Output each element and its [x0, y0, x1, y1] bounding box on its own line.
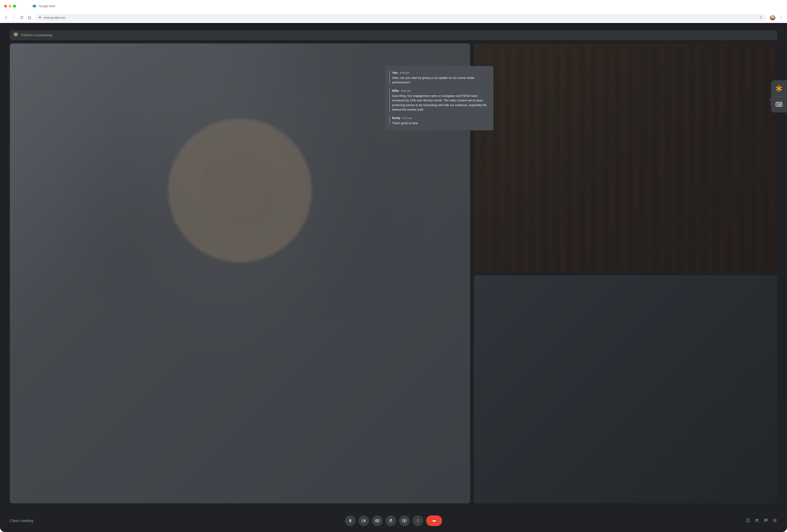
minimize-window-button[interactable]: [8, 5, 12, 7]
back-button[interactable]: [4, 16, 8, 20]
raise-hand-button[interactable]: [385, 515, 396, 526]
chat-time: 8:01 am: [403, 116, 412, 120]
window-controls: [4, 5, 16, 7]
svg-point-14: [418, 519, 418, 520]
chat-author: You: [392, 71, 398, 74]
svg-rect-8: [779, 104, 781, 104]
svg-point-1: [781, 16, 782, 16]
presenting-text: Fathima is presenting: [21, 34, 52, 37]
svg-rect-7: [777, 104, 779, 104]
presenter-avatar: [13, 32, 18, 38]
title-bar: Google Meet: [0, 0, 787, 12]
camera-button[interactable]: [359, 515, 369, 526]
svg-point-19: [748, 519, 748, 520]
svg-point-20: [756, 519, 757, 520]
chat-body: Sure thing. Our engagement rates on Inst…: [392, 94, 489, 112]
chat-button[interactable]: [764, 518, 768, 524]
maximize-window-button[interactable]: [13, 5, 16, 7]
live-captions-panel: You 8:00 am Mike, can you start by givin…: [385, 66, 493, 130]
svg-point-21: [757, 519, 758, 520]
presenting-banner: Fathima is presenting: [10, 30, 777, 40]
url-text: meet.google.com: [43, 16, 65, 19]
microphone-button[interactable]: [345, 515, 356, 526]
activities-button[interactable]: [773, 518, 777, 524]
svg-point-5: [777, 105, 778, 106]
chat-author: Emily: [392, 116, 401, 120]
extension-captions-button[interactable]: [774, 99, 784, 109]
extension-panel: [771, 80, 787, 112]
svg-rect-4: [776, 102, 782, 106]
reload-button[interactable]: [20, 16, 24, 20]
participant-tile[interactable]: [474, 275, 777, 504]
call-controls: [345, 515, 442, 526]
chat-message: You 8:00 am Mike, can you start by givin…: [389, 71, 489, 85]
participant-tile[interactable]: [474, 43, 777, 272]
home-button[interactable]: [27, 16, 31, 20]
side-column: [474, 43, 777, 503]
separator: [775, 96, 783, 96]
chat-time: 8:00 am: [400, 71, 409, 74]
right-tools: [746, 518, 777, 524]
close-window-button[interactable]: [4, 5, 7, 7]
svg-rect-9: [349, 519, 351, 521]
browser-menu-button[interactable]: [779, 15, 783, 20]
svg-point-16: [418, 522, 418, 522]
svg-rect-6: [779, 105, 781, 106]
browser-tab[interactable]: Google Meet: [33, 4, 55, 8]
address-bar[interactable]: meet.google.com: [35, 14, 766, 21]
browser-window: Google Meet meet.google.com: [0, 0, 787, 532]
profile-avatar[interactable]: [770, 15, 775, 21]
more-options-button[interactable]: [412, 515, 423, 526]
lock-icon: [39, 16, 41, 20]
meet-content: Fathima is presenting You 8:00 am Mike, …: [0, 23, 787, 532]
meeting-details-button[interactable]: [746, 518, 750, 524]
chat-message: Mike 8:01 am Sure thing. Our engagement …: [389, 89, 489, 112]
captions-button[interactable]: [372, 515, 383, 526]
chat-author: Mike: [392, 89, 399, 92]
hangup-button[interactable]: [426, 515, 442, 526]
chat-body: Mike, can you start by giving us an upda…: [392, 75, 489, 85]
svg-rect-0: [39, 17, 41, 18]
svg-rect-11: [362, 520, 364, 522]
chat-time: 8:01 am: [401, 89, 411, 92]
tab-title: Google Meet: [39, 4, 55, 8]
google-meet-icon: [33, 4, 37, 8]
chat-body: That's great to hear.: [392, 121, 489, 125]
svg-point-15: [418, 520, 418, 521]
meeting-name: Class meeting: [10, 519, 33, 523]
bookmark-star-icon[interactable]: [759, 16, 763, 20]
svg-point-2: [781, 17, 782, 18]
chat-message: Emily 8:01 am That's great to hear.: [389, 116, 489, 125]
forward-button[interactable]: [12, 16, 16, 20]
present-screen-button[interactable]: [399, 515, 410, 526]
browser-toolbar: meet.google.com: [0, 12, 787, 23]
svg-point-3: [781, 18, 782, 19]
bottom-bar: Class meeting: [0, 509, 787, 532]
extension-asterisk-button[interactable]: [774, 84, 784, 93]
participants-button[interactable]: [754, 518, 759, 524]
